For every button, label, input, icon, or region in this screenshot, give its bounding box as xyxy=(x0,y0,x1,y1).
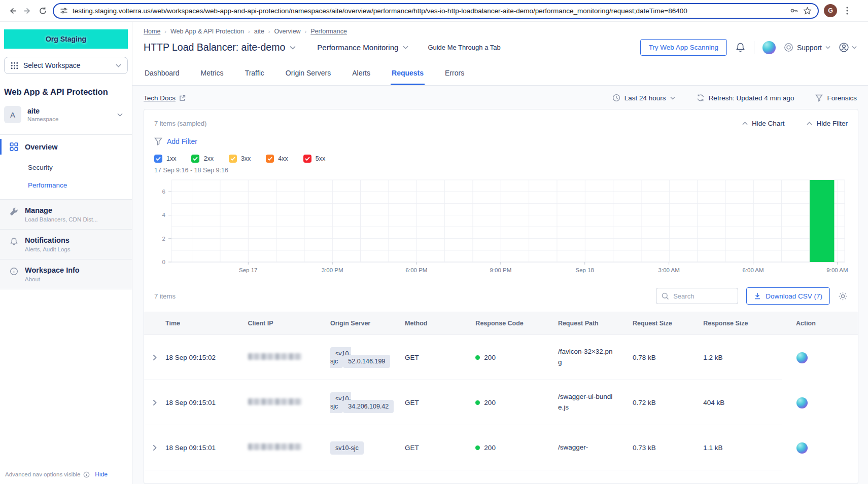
origin-ip-tag: 52.0.146.199 xyxy=(343,355,390,368)
forensics-control[interactable]: Forensics xyxy=(815,94,857,102)
svg-text:0: 0 xyxy=(162,259,165,265)
cell-method: GET xyxy=(405,444,475,452)
browser-menu-icon[interactable] xyxy=(842,6,852,16)
hide-chart-label: Hide Chart xyxy=(752,120,785,127)
site-info-icon[interactable] xyxy=(60,7,68,15)
page-toolbar: Tech Docs Last 24 hours Refresh: Updated… xyxy=(132,86,868,109)
funnel-icon xyxy=(154,137,162,145)
try-web-app-scanning-button[interactable]: Try Web App Scanning xyxy=(640,39,727,56)
checkbox-checked-icon[interactable] xyxy=(303,155,311,163)
svg-text:9:00 PM: 9:00 PM xyxy=(490,267,511,273)
sidebar-item-notifications[interactable]: Notifications Alerts, Audit Logs xyxy=(0,230,132,259)
page-title: HTTP Load Balancer: aite-demo xyxy=(144,42,285,53)
row-action-button[interactable] xyxy=(796,442,808,454)
sidebar-item-manage[interactable]: Manage Load Balancers, CDN Dist... xyxy=(0,199,132,230)
add-filter-button[interactable]: Add Filter xyxy=(154,137,848,145)
password-key-icon[interactable] xyxy=(789,6,798,15)
search-box xyxy=(656,288,738,304)
search-icon xyxy=(662,292,669,300)
checkbox-checked-icon[interactable] xyxy=(229,155,237,163)
view-selector-label: Performance Monitoring xyxy=(317,43,398,52)
bookmark-star-icon[interactable] xyxy=(803,7,812,15)
reload-icon[interactable] xyxy=(38,6,48,16)
origin-server-tag: sv10-sjc xyxy=(330,441,364,455)
breadcrumb-namespace[interactable]: aite xyxy=(254,28,264,35)
refresh-control[interactable]: Refresh: Updated 4 min ago xyxy=(697,94,794,102)
chevron-down-icon xyxy=(670,96,675,100)
table-settings-gear-icon[interactable] xyxy=(838,291,848,301)
tab-alerts[interactable]: Alerts xyxy=(351,62,371,85)
table-header-row: Time Client IP Origin Server Method Resp… xyxy=(144,312,858,335)
cell-response-code: 200 xyxy=(484,354,496,361)
hide-advanced-nav-link[interactable]: Hide xyxy=(95,471,108,478)
status-ok-dot xyxy=(475,400,480,405)
breadcrumb-performance[interactable]: Performance xyxy=(310,28,347,35)
screen: testing.staging.volterra.us/web/workspac… xyxy=(0,0,868,484)
time-range-selector[interactable]: Last 24 hours xyxy=(612,94,675,102)
workspace-selector[interactable]: Select Workspace xyxy=(4,57,128,74)
cell-request-path: /favicon-32×32.png xyxy=(558,347,618,368)
account-menu[interactable] xyxy=(839,42,857,53)
download-csv-button[interactable]: Download CSV (7) xyxy=(746,287,830,305)
guide-me-link[interactable]: Guide Me Through a Tab xyxy=(428,44,500,51)
org-banner[interactable]: Org Staging xyxy=(4,29,128,49)
checkbox-checked-icon[interactable] xyxy=(266,155,274,163)
sidebar-item-workspace-info[interactable]: Workspace Info About xyxy=(0,259,132,289)
client-ip-redacted xyxy=(248,353,302,360)
namespace-name: aite xyxy=(27,107,58,115)
namespace-selector[interactable]: A aite Namespace xyxy=(4,106,128,131)
back-icon[interactable] xyxy=(7,6,17,16)
cell-time: 18 Sep 09:15:02 xyxy=(165,354,248,361)
support-menu[interactable]: Support xyxy=(784,43,830,52)
support-label: Support xyxy=(797,44,822,52)
status-filter-1xx[interactable]: 1xx xyxy=(154,155,176,163)
breadcrumb-waap[interactable]: Web App & API Protection xyxy=(170,28,244,35)
col-request-path: Request Path xyxy=(558,320,633,327)
sidebar-item-security[interactable]: Security xyxy=(0,159,132,176)
search-input[interactable] xyxy=(673,292,733,300)
url-text[interactable]: testing.staging.volterra.us/web/workspac… xyxy=(73,7,785,15)
expand-row-icon[interactable] xyxy=(144,444,165,451)
expand-row-icon[interactable] xyxy=(144,399,165,406)
row-action-button[interactable] xyxy=(796,397,808,408)
col-client-ip: Client IP xyxy=(248,320,331,327)
tab-traffic[interactable]: Traffic xyxy=(244,62,265,85)
forward-icon[interactable] xyxy=(22,6,32,16)
hide-filter-toggle[interactable]: Hide Filter xyxy=(807,120,848,127)
tab-dashboard[interactable]: Dashboard xyxy=(144,62,181,85)
wrench-icon xyxy=(10,207,18,222)
browser-profile-avatar[interactable]: G xyxy=(824,4,837,17)
status-filter-4xx[interactable]: 4xx xyxy=(266,155,288,163)
external-link-icon xyxy=(179,95,186,101)
breadcrumb-overview[interactable]: Overview xyxy=(274,28,301,35)
status-filter-2xx[interactable]: 2xx xyxy=(191,155,213,163)
status-filter-3xx[interactable]: 3xx xyxy=(229,155,251,163)
hide-chart-toggle[interactable]: Hide Chart xyxy=(742,120,785,127)
tab-requests[interactable]: Requests xyxy=(391,62,425,85)
row-action-button[interactable] xyxy=(796,352,808,363)
checkbox-checked-icon[interactable] xyxy=(191,155,199,163)
tab-errors[interactable]: Errors xyxy=(444,62,465,85)
tab-metrics[interactable]: Metrics xyxy=(200,62,225,85)
view-selector[interactable]: Performance Monitoring xyxy=(317,43,408,52)
apps-grid-icon xyxy=(11,62,18,69)
load-balancer-selector[interactable]: HTTP Load Balancer: aite-demo xyxy=(144,42,296,53)
table-row: 18 Sep 09:15:01 sv10-sjc34.206.109.42 GE… xyxy=(144,380,858,425)
tab-origin-servers[interactable]: Origin Servers xyxy=(285,62,332,85)
checkbox-checked-icon[interactable] xyxy=(154,155,162,163)
svg-text:4: 4 xyxy=(162,212,166,218)
tech-docs-link[interactable]: Tech Docs xyxy=(144,94,186,102)
notifications-bell-icon[interactable] xyxy=(735,42,746,53)
status-filter-5xx[interactable]: 5xx xyxy=(303,155,325,163)
org-sphere-avatar[interactable] xyxy=(762,41,776,54)
sidebar-item-performance[interactable]: Performance xyxy=(0,176,132,199)
expand-row-icon[interactable] xyxy=(144,354,165,361)
sidebar-footer: Advanced nav options visible Hide xyxy=(0,466,132,484)
svg-text:6: 6 xyxy=(162,189,165,195)
sidebar-item-overview[interactable]: Overview xyxy=(0,135,132,159)
svg-text:2: 2 xyxy=(162,236,165,242)
address-bar[interactable]: testing.staging.volterra.us/web/workspac… xyxy=(53,3,819,19)
chevron-down-icon xyxy=(403,46,408,49)
svg-text:3:00 PM: 3:00 PM xyxy=(322,267,343,273)
breadcrumb-home[interactable]: Home xyxy=(144,28,160,35)
